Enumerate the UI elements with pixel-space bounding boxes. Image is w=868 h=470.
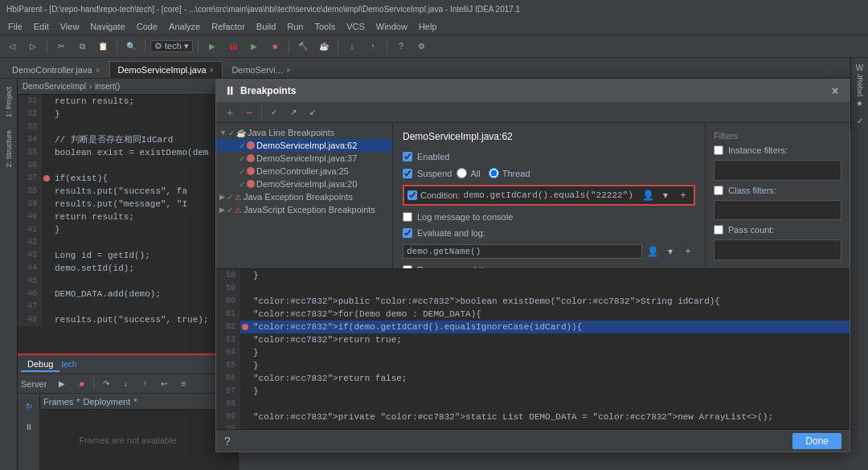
menu-analyze[interactable]: Analyze [164,20,205,33]
pass-checkbox[interactable] [714,225,723,235]
toolbar-copy[interactable]: ⧉ [73,38,91,55]
menu-run[interactable]: Run [282,20,308,33]
toolbar-build[interactable]: 🔨 [294,38,312,55]
tree-check-icon: ✓ [227,193,233,202]
dialog-code-text: } [250,346,259,359]
menu-tools[interactable]: Tools [309,20,340,33]
tree-item[interactable]: ✓DemoServiceImpl.java:20 [216,178,392,190]
dialog-export-btn[interactable]: ↗ [285,104,302,121]
tree-group[interactable]: ▶✓⚠JavaScript Exception Breakpoints [216,203,392,216]
tree-item[interactable]: ✓DemoServiceImpl.java:37 [216,152,392,165]
run-btn[interactable]: ▶ [203,38,221,55]
menu-vcs[interactable]: VCS [342,20,370,33]
dialog-add-btn[interactable]: + [221,104,239,121]
toolbar-settings[interactable]: ⚙ [413,38,431,55]
suspend-checkbox[interactable] [403,169,412,178]
debug-step-over[interactable]: ↷ [97,375,115,393]
debug-eval-expr[interactable]: ≡ [174,375,192,393]
done-button[interactable]: Done [792,433,841,449]
menu-help[interactable]: Help [414,20,442,33]
class-filter-input[interactable] [714,200,841,221]
debug-icon-2[interactable]: ⏸ [20,418,38,435]
toolbar-search[interactable]: 🔍 [122,38,140,55]
debug-tab[interactable]: Debug [21,358,59,372]
evaluate-input[interactable] [403,244,642,259]
coverage-btn[interactable]: ▶ [245,38,263,55]
debug-step-into[interactable]: ↓ [117,375,134,393]
debug-run-cursor[interactable]: ↩ [155,375,173,393]
evaluate-dropdown-btn[interactable]: ▾ [663,244,678,259]
dialog-import-btn[interactable]: ↙ [304,104,321,121]
dialog-code-area[interactable]: 58 }5960 "color:#cc7832">public "color:#… [216,268,850,429]
tree-group[interactable]: ▼✓☕Java Line Breakpoints [216,126,392,139]
menu-refactor[interactable]: Refactor [207,20,250,33]
debug-step-out[interactable]: ↑ [136,375,154,393]
project-side-panel: 1: Project 2: Structure [0,79,18,470]
menu-view[interactable]: View [55,20,84,33]
log-message-checkbox[interactable] [403,212,412,222]
debug-icon-1[interactable]: ↻ [20,397,38,415]
toolbar-help[interactable]: ? [392,38,410,55]
toolbar-paste[interactable]: 📋 [94,38,112,55]
menu-window[interactable]: Window [371,20,412,33]
class-checkbox[interactable] [714,186,723,195]
toolbar-back[interactable]: ◁ [3,38,21,55]
help-icon[interactable]: ? [224,435,231,448]
evaluate-input-row: 👤 ▾ + [403,244,695,259]
dialog-code-line: 62 "color:#cc7832">if(demo.getIdCard().e… [216,321,850,333]
condition-add-btn[interactable]: + [676,188,690,202]
menu-code[interactable]: Code [132,20,162,33]
toolbar-forward[interactable]: ▷ [24,38,42,55]
condition-checkbox[interactable] [407,190,417,200]
all-radio[interactable] [457,168,467,178]
tab-democontroller[interactable]: DemoController.java × [3,61,109,78]
line-number: 45 [18,275,42,288]
dialog-code-line: 64 } [216,346,850,359]
web-icon[interactable]: W [854,61,866,74]
dialog-toolbar: + − ✓ ↗ ↙ [216,102,850,123]
run-config-selector[interactable]: ⚙ tech ▾ [150,40,193,52]
toolbar-vcs[interactable]: ↓ [343,38,361,55]
debug-stop-btn[interactable]: ■ [72,375,90,393]
menu-edit[interactable]: Edit [29,20,54,33]
breadcrumb-class: DemoServiceImpl [23,82,86,91]
tab-close-icon[interactable]: × [210,66,215,75]
tab-close-icon[interactable]: × [286,66,291,75]
dialog-close-button[interactable]: × [829,84,841,97]
evaluate-add-btn[interactable]: + [681,244,695,259]
pass-filter-input[interactable] [714,239,841,260]
tree-item[interactable]: ✓DemoController.java:25 [216,165,392,178]
debug-resume-btn[interactable]: ▶ [53,375,71,393]
stop-btn[interactable]: ■ [266,38,284,55]
tab-demoservi[interactable]: DemoServi... × [223,61,299,78]
menu-build[interactable]: Build [252,20,280,33]
enabled-checkbox[interactable] [403,152,412,161]
debug-btn[interactable]: 🐞 [224,38,242,55]
dialog-code-text: } [250,359,259,372]
toolbar-sdk[interactable]: ☕ [315,38,333,55]
structure-label[interactable]: 2: Structure [5,125,13,173]
toolbar-vcs2[interactable]: ↑ [364,38,382,55]
dialog-enable-btn[interactable]: ✓ [265,104,283,121]
filters-panel: Filters Instance filters: Class filters:… [705,123,850,268]
evaluate-checkbox[interactable] [403,228,412,238]
dialog-code-text: "color:#cc7832">private "color:#cc7832">… [250,411,773,423]
dialog-remove-btn[interactable]: − [240,104,258,121]
menu-navigate[interactable]: Navigate [85,20,129,33]
tab-demoserviceimpl[interactable]: DemoServiceImpl.java × [109,61,223,78]
tree-group[interactable]: ▶✓⚠Java Exception Breakpoints [216,190,392,203]
instance-checkbox[interactable] [714,145,723,155]
condition-input[interactable] [464,190,637,200]
toolbar-cut[interactable]: ✂ [52,38,70,55]
tab-close-icon[interactable]: × [96,66,100,75]
condition-history-btn[interactable]: 👤 [641,188,655,202]
thread-radio[interactable] [489,168,499,178]
tree-item[interactable]: ✓DemoServiceImpl.java:62 [216,139,392,152]
project-label[interactable]: 1: Project [5,82,13,122]
condition-dropdown-btn[interactable]: ▾ [658,188,673,202]
code-line: 45 [18,275,238,288]
instance-filter-input[interactable] [714,160,841,181]
evaluate-history-btn[interactable]: 👤 [645,244,660,259]
menu-file[interactable]: File [3,20,27,33]
dialog-code-text: } [250,385,259,398]
